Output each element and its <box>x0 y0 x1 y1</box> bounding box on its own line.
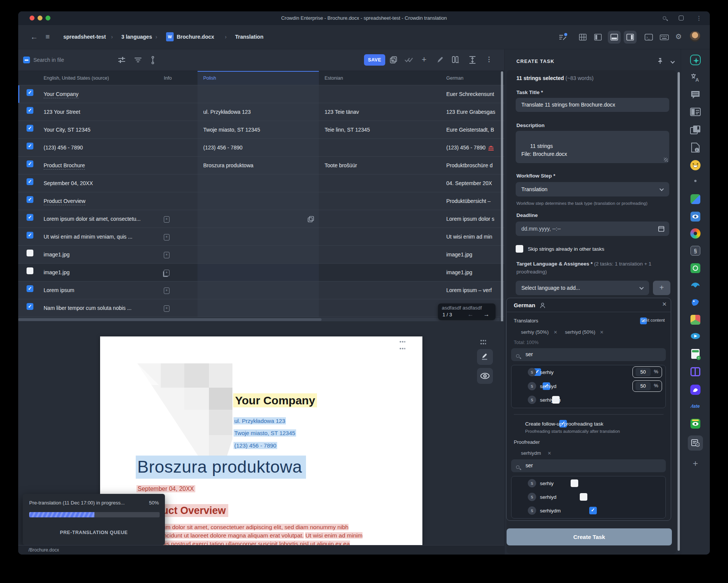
preview-eye-button[interactable] <box>477 368 493 384</box>
more-options-icon[interactable]: ⋮ <box>486 55 492 63</box>
table-row[interactable]: Lorem ipsum dolor sit amet, consectetu..… <box>18 210 504 228</box>
save-button[interactable]: SAVE <box>364 54 385 66</box>
next-match-icon[interactable]: → <box>483 311 490 318</box>
context-icon[interactable] <box>164 288 169 294</box>
add-column-icon[interactable]: + <box>452 56 460 66</box>
preview-edit-button[interactable] <box>477 349 493 365</box>
panel-left-icon[interactable] <box>594 34 602 42</box>
task-title-input[interactable]: Translate 11 strings from Brochure.docx <box>516 98 669 112</box>
pretranslation-queue-button[interactable]: PRE-TRANSLATION QUEUE <box>23 530 165 535</box>
table-vertical-scrollbar[interactable] <box>501 71 503 333</box>
context-icon[interactable] <box>164 216 169 223</box>
preview-address-line1[interactable]: ul. Przykładowa 123 <box>234 418 286 424</box>
select-all-checkbox[interactable] <box>23 57 30 63</box>
column-header-info[interactable]: Info <box>158 71 198 85</box>
comments-icon[interactable] <box>690 90 700 101</box>
row-checkbox[interactable] <box>27 232 33 239</box>
back-icon[interactable]: ← <box>30 33 38 41</box>
proofreader-checkbox[interactable] <box>580 493 587 501</box>
cube-app-icon[interactable] <box>690 315 700 325</box>
description-textarea[interactable]: 11 stringsFile: Brochure.docx <box>516 131 669 163</box>
whale-app-icon[interactable] <box>690 281 700 291</box>
extensions-icon[interactable] <box>679 16 684 22</box>
context-stack-icon[interactable] <box>164 270 169 276</box>
user-avatar[interactable] <box>690 31 700 42</box>
edit-icon[interactable] <box>436 56 444 65</box>
breadcrumb-file[interactable]: Brochure.docx <box>177 34 214 40</box>
term-card-icon[interactable] <box>690 108 701 118</box>
row-checkbox[interactable] <box>27 285 33 292</box>
deadline-input[interactable]: dd.mm.yyyy, --:-- <box>516 222 669 236</box>
notes-plus-icon[interactable]: + <box>688 435 703 451</box>
table-row[interactable]: September 04, 20XX 04. September 20X <box>18 174 504 192</box>
create-task-button[interactable]: Create Task <box>507 528 672 545</box>
section-badge-icon[interactable]: § <box>690 246 700 256</box>
table-row[interactable]: image1.jpg image1.jpg <box>18 264 504 281</box>
compose-notes-icon[interactable] <box>559 33 568 43</box>
emoji-icon[interactable] <box>690 160 701 170</box>
breadcrumb-mode[interactable]: Translation <box>235 34 264 40</box>
proofreader-checkbox[interactable] <box>589 507 597 514</box>
translator-search-input[interactable]: ser <box>511 348 666 361</box>
column-header-german[interactable]: German <box>441 71 500 85</box>
media-eye-app-icon[interactable] <box>690 332 700 342</box>
panel-bottom-toggle[interactable] <box>608 31 621 44</box>
panel-scrollbar[interactable] <box>678 72 680 551</box>
prev-match-icon[interactable]: ← <box>468 311 474 318</box>
context-icon[interactable] <box>164 305 169 312</box>
row-checkbox[interactable] <box>27 267 33 274</box>
row-checkbox[interactable] <box>27 143 33 149</box>
column-header-polish[interactable]: Polish <box>198 71 319 85</box>
settings-gear-icon[interactable]: ⚙ <box>675 32 682 41</box>
preview-company-name[interactable]: Your Company <box>233 394 317 407</box>
row-checkbox[interactable] <box>27 125 33 132</box>
share-input[interactable]: 50% <box>632 380 662 392</box>
creature-app-icon[interactable] <box>690 298 700 308</box>
column-header-source[interactable]: English, United States (source) <box>38 71 158 85</box>
app-grid-icon[interactable] <box>690 194 700 204</box>
table-row[interactable]: 123 Your Street ul. Przykładowa 123 123 … <box>18 103 504 121</box>
share-input[interactable]: 50% <box>632 366 662 378</box>
calendar-icon[interactable] <box>658 226 664 233</box>
breadcrumb-languages[interactable]: 3 languages <box>121 34 152 40</box>
expand-rows-icon[interactable] <box>469 56 476 66</box>
table-horizontal-scrollbar[interactable] <box>18 318 500 321</box>
pages-bookmark-icon[interactable] <box>690 125 701 136</box>
drag-handle-icon[interactable] <box>399 338 406 351</box>
row-checkbox[interactable] <box>27 178 33 185</box>
remove-language-icon[interactable]: ✕ <box>662 301 667 308</box>
table-row[interactable]: Product Brochure Broszura produktowa Too… <box>18 157 504 174</box>
table-row[interactable]: Your Company Euer Schreckensunt <box>18 85 504 103</box>
context-icon[interactable] <box>164 252 169 258</box>
preview-eye-app-icon[interactable] <box>690 212 700 222</box>
row-checkbox[interactable] <box>27 250 33 256</box>
capture-app-icon[interactable] <box>690 263 700 273</box>
skip-strings-checkbox[interactable] <box>516 245 523 253</box>
table-row[interactable]: Your City, ST 12345 Twoje miasto, ST 123… <box>18 121 504 139</box>
copy-source-icon[interactable] <box>308 216 314 223</box>
add-language-button[interactable]: + <box>653 281 670 295</box>
table-row[interactable]: Product Overview Produktübersicht – <box>18 192 504 210</box>
grid-view-icon[interactable] <box>579 34 587 42</box>
late-logo[interactable]: ∕late <box>691 404 700 409</box>
row-checkbox[interactable] <box>27 303 33 310</box>
display-settings-icon[interactable] <box>118 56 126 65</box>
preview-date[interactable]: September 04, 20XX <box>136 486 195 492</box>
green-eye-app-icon[interactable] <box>690 419 700 429</box>
person-icon[interactable] <box>540 303 545 310</box>
resize-handle[interactable] <box>664 158 668 162</box>
column-header-estonian[interactable]: Estonian <box>319 71 441 85</box>
menu-icon[interactable]: ≡ <box>46 33 50 41</box>
table-row[interactable]: Ut wisi enim ad minim veniam, quis ... U… <box>18 228 504 246</box>
row-checkbox[interactable] <box>27 89 33 96</box>
purple-app-icon[interactable] <box>690 385 701 395</box>
machine-translation-icon[interactable]: A <box>690 73 700 83</box>
breadcrumb-project[interactable]: spreadsheet-test <box>63 34 106 40</box>
proofreader-search-input[interactable]: ser <box>511 459 666 472</box>
browser-menu-icon[interactable]: ⋮ <box>696 15 702 22</box>
row-checkbox[interactable] <box>27 196 33 203</box>
context-icon[interactable] <box>164 234 169 240</box>
browser-search-icon[interactable] <box>663 15 666 21</box>
filter-icon[interactable] <box>134 57 142 65</box>
row-checkbox[interactable] <box>27 160 33 167</box>
